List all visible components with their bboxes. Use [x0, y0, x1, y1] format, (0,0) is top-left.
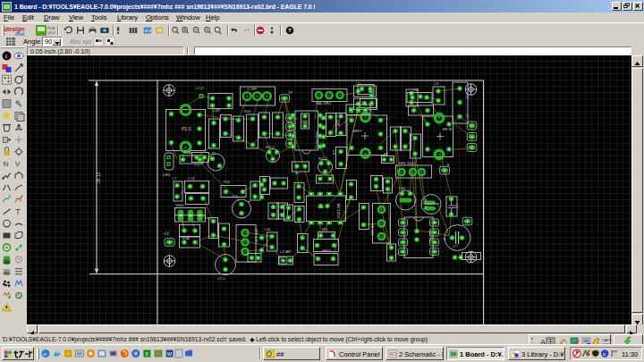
svg-text:L/C1: L/C1	[217, 276, 226, 281]
svg-text:PS D: PS D	[182, 127, 191, 131]
svg-text:C6P: C6P	[213, 108, 220, 113]
svg-text:V: V	[15, 160, 21, 168]
svg-text:?: ?	[288, 27, 292, 33]
svg-text:B4C2: B4C2	[318, 156, 328, 161]
svg-text:X: X	[145, 351, 148, 357]
svg-text:JRF2: JRF2	[352, 129, 362, 133]
svg-text:+: +	[443, 236, 445, 241]
svg-text:+: +	[248, 198, 250, 204]
svg-text:SCH: SCH	[389, 351, 397, 357]
svg-text:R7: R7	[384, 152, 389, 156]
svg-text:+5: +5	[465, 114, 470, 118]
svg-text:i: i	[5, 53, 7, 60]
svg-text:9n: 9n	[295, 171, 299, 175]
svg-text:C8: C8	[332, 150, 336, 156]
svg-text:C30: C30	[264, 227, 271, 232]
svg-text:L/CAP: L/CAP	[280, 249, 292, 254]
svg-text:SCR: SCR	[144, 29, 151, 33]
svg-text:C14: C14	[188, 176, 195, 181]
svg-text:1N60: 1N60	[175, 203, 185, 207]
svg-text:L/C2: L/C2	[196, 86, 205, 90]
svg-text:e: e	[44, 350, 47, 358]
svg-text:E: E	[447, 163, 450, 167]
svg-text:xyz: xyz	[82, 38, 92, 46]
svg-text:MC1350: MC1350	[336, 204, 341, 218]
svg-text:B4C1: B4C1	[266, 145, 275, 149]
svg-text:N: N	[4, 160, 9, 168]
svg-text:R2A: R2A	[184, 150, 191, 155]
svg-text:10K: 10K	[336, 120, 341, 126]
svg-text:R1A: R1A	[182, 236, 190, 240]
svg-text:SN16913: SN16913	[315, 130, 319, 147]
svg-text:R10: R10	[244, 109, 251, 114]
svg-text:R31: R31	[224, 180, 231, 184]
svg-text:LPF-FR: LPF-FR	[254, 229, 258, 242]
svg-text:VR-600: VR-600	[370, 223, 375, 236]
svg-text:Abc: Abc	[70, 38, 81, 45]
svg-text:C9: C9	[434, 81, 439, 86]
svg-text:C3: C3	[233, 194, 238, 198]
svg-text:C2: C2	[195, 163, 200, 167]
svg-text:W: W	[167, 351, 173, 357]
svg-text:C5: C5	[454, 204, 459, 209]
svg-text:H2L: H2L	[322, 227, 329, 232]
svg-text:+4V: +4V	[465, 92, 470, 99]
svg-text:+7?: +7?	[452, 244, 459, 248]
svg-text:LED: LED	[163, 173, 171, 177]
svg-text:+V: +V	[164, 232, 170, 236]
svg-text:C7: C7	[172, 176, 177, 181]
svg-text:C12: C12	[412, 88, 419, 92]
svg-text:LM386: LM386	[428, 231, 433, 242]
svg-text:IC-RF: IC-RF	[247, 87, 258, 91]
svg-text:MF06: MF06	[322, 248, 332, 253]
svg-text:BAL/VR1: BAL/VR1	[316, 101, 332, 105]
svg-text:38.10: 38.10	[96, 172, 101, 183]
svg-text:TP: TP	[288, 90, 293, 95]
svg-text:RF IF: RF IF	[443, 127, 453, 131]
svg-text:+7D: +7D	[209, 151, 216, 156]
svg-text:C40: C40	[399, 186, 406, 190]
svg-text:T: T	[16, 207, 21, 216]
svg-text:RF4-1300: RF4-1300	[399, 161, 416, 165]
